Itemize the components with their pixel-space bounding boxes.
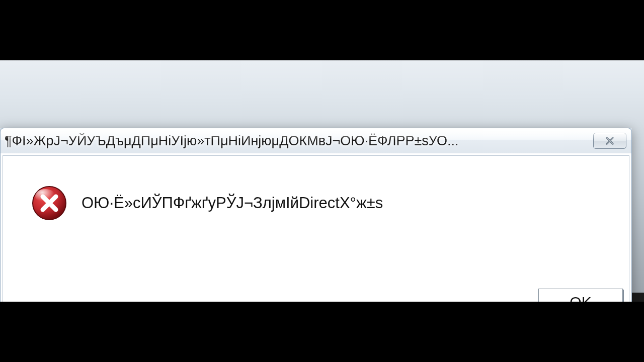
close-icon [605, 136, 615, 146]
dialog-title: ¶ФІ»ЖрЈ¬УЙУЪДъμДПμНіУІјю»тПμНіИнјюμДОКМв… [1, 133, 593, 149]
dialog-message: ОЮ·Ё»сИЎПФґжґуРЎЈ¬ЗлјмІйDirectX°ж±ѕ [82, 194, 383, 212]
error-icon [31, 185, 67, 221]
letterbox-top [0, 0, 644, 60]
letterbox-bottom [0, 302, 644, 362]
dialog-titlebar: ¶ФІ»ЖрЈ¬УЙУЪДъμДПμНіУІјю»тПμНіИнјюμДОКМв… [0, 128, 632, 153]
dialog-client-area: ОЮ·Ё»сИЎПФґжґуРЎЈ¬ЗлјмІйDirectX°ж±ѕ OK [0, 153, 632, 325]
photo-background: ¶ФІ»ЖрЈ¬УЙУЪДъμДПμНіУІјю»тПμНіИнјюμДОКМв… [0, 60, 644, 302]
close-button[interactable] [593, 133, 626, 149]
error-dialog: ¶ФІ»ЖрЈ¬УЙУЪДъμДПμНіУІјю»тПμНіИнјюμДОКМв… [0, 128, 632, 325]
message-row: ОЮ·Ё»сИЎПФґжґуРЎЈ¬ЗлјмІйDirectX°ж±ѕ [3, 156, 629, 221]
dialog-content: ОЮ·Ё»сИЎПФґжґуРЎЈ¬ЗлјмІйDirectX°ж±ѕ OK [3, 155, 629, 322]
screenshot-stage: ¶ФІ»ЖрЈ¬УЙУЪДъμДПμНіУІјю»тПμНіИнјюμДОКМв… [0, 0, 644, 362]
